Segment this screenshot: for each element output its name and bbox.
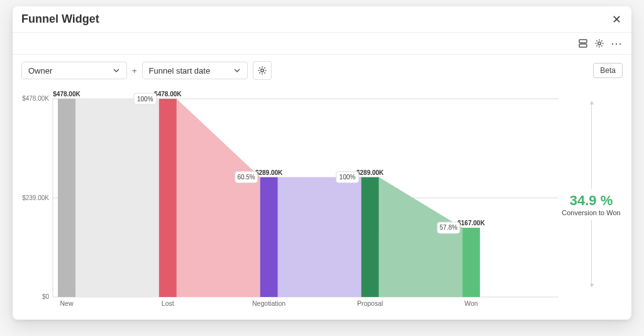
funnel-start-date-label: Funnel start date — [149, 66, 211, 76]
funnel-connector — [177, 99, 260, 297]
x-tick-label: New — [60, 300, 73, 307]
funnel-connector — [75, 99, 159, 297]
widget-card: Funnel Widget ✕ ⋯ Owner + Funnel start d… — [13, 6, 631, 320]
funnel-chart-svg: $0$239.00K$478.00K$478.00KNew$478.00KLos… — [21, 86, 560, 310]
gear-icon[interactable] — [594, 38, 604, 48]
sub-toolbar: ⋯ — [13, 33, 631, 55]
svg-rect-0 — [579, 40, 587, 43]
conversion-value: 34.9 % — [562, 193, 620, 209]
conversion-caption: Conversion to Won — [562, 209, 620, 216]
page-title: Funnel Widget — [21, 13, 99, 26]
owner-filter[interactable]: Owner — [21, 62, 127, 79]
filter-join: + — [132, 66, 137, 76]
funnel-connector — [379, 177, 462, 297]
funnel-connector — [278, 177, 362, 297]
header: Funnel Widget ✕ — [13, 6, 631, 33]
funnel-start-date-filter[interactable]: Funnel start date — [142, 62, 248, 79]
more-icon[interactable]: ⋯ — [611, 36, 623, 50]
funnel-bar — [159, 99, 177, 297]
layout-icon[interactable] — [578, 38, 588, 48]
filter-bar: Owner + Funnel start date Beta — [13, 55, 631, 86]
conversion-pill-label: 100% — [137, 96, 153, 103]
filter-settings-button[interactable] — [253, 61, 272, 80]
x-tick-label: Lost — [162, 300, 174, 307]
funnel-chart: $0$239.00K$478.00K$478.00KNew$478.00KLos… — [21, 86, 560, 310]
y-tick-label: $239.00K — [22, 194, 49, 201]
filter-group: Owner + Funnel start date — [21, 61, 272, 80]
bar-value-label: $289.00K — [357, 169, 384, 176]
funnel-bar — [462, 228, 480, 297]
beta-badge: Beta — [593, 63, 623, 78]
conversion-metric: 34.9 % Conversion to Won — [560, 189, 621, 220]
svg-point-3 — [260, 69, 263, 72]
y-tick-label: $0 — [42, 293, 50, 300]
gear-icon — [257, 65, 267, 76]
funnel-bar — [58, 99, 75, 297]
svg-rect-1 — [579, 44, 587, 47]
conversion-pill-label: 100% — [340, 174, 356, 181]
conversion-summary: 34.9 % Conversion to Won — [560, 86, 623, 310]
svg-point-2 — [598, 42, 601, 45]
bar-value-label: $289.00K — [255, 169, 283, 176]
funnel-bar — [260, 177, 278, 297]
chevron-down-icon — [232, 65, 242, 76]
x-tick-label: Negotiation — [252, 300, 286, 307]
bar-value-label: $167.00K — [458, 220, 486, 227]
x-tick-label: Won — [464, 300, 478, 307]
x-tick-label: Proposal — [357, 300, 383, 307]
close-button[interactable]: ✕ — [610, 14, 623, 25]
bar-value-label: $478.00K — [154, 91, 182, 98]
conversion-pill-label: 57.8% — [440, 224, 457, 231]
chart-container: $0$239.00K$478.00K$478.00KNew$478.00KLos… — [13, 86, 631, 320]
funnel-bar — [361, 177, 379, 297]
owner-filter-label: Owner — [28, 66, 52, 76]
bar-value-label: $478.00K — [53, 91, 80, 98]
y-tick-label: $478.00K — [22, 95, 49, 102]
chevron-down-icon — [111, 65, 121, 76]
conversion-pill-label: 60.5% — [237, 174, 255, 181]
